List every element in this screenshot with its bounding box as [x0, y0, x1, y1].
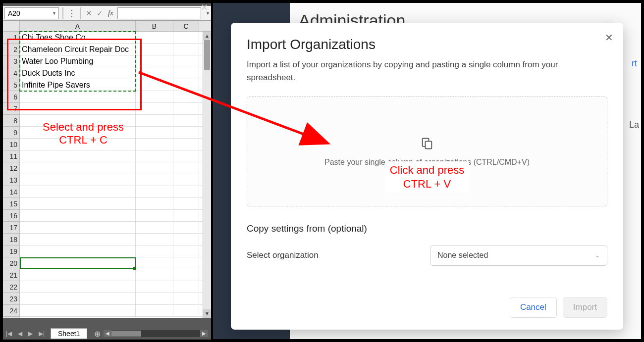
row-header[interactable]: 13	[3, 174, 19, 186]
cell[interactable]	[173, 234, 199, 245]
paste-target-zone[interactable]: Paste your single column of organization…	[247, 97, 607, 206]
sheet-tab[interactable]: Sheet1	[51, 328, 87, 339]
table-row[interactable]: Infinite Pipe Savers	[20, 79, 211, 91]
vertical-scrollbar[interactable]: ▲ ▼	[203, 32, 211, 318]
cell[interactable]	[136, 91, 173, 102]
accept-formula-icon[interactable]: ✓	[94, 9, 105, 18]
cell[interactable]	[20, 115, 136, 126]
cell[interactable]	[20, 210, 136, 221]
cell[interactable]	[173, 55, 199, 67]
row-header[interactable]: 14	[3, 186, 19, 198]
cell[interactable]	[136, 139, 173, 150]
chevron-down-icon[interactable]: ▾	[53, 10, 55, 16]
cancel-formula-icon[interactable]: ✕	[83, 9, 94, 18]
table-row[interactable]	[20, 269, 211, 281]
row-header[interactable]: 5	[3, 79, 19, 91]
cell[interactable]	[173, 44, 199, 55]
cell[interactable]	[20, 174, 136, 186]
table-row[interactable]	[20, 293, 211, 305]
more-icon[interactable]: ⋮	[65, 9, 78, 18]
next-sheet-icon[interactable]: ▶	[28, 330, 33, 337]
table-row[interactable]	[20, 245, 211, 257]
cell[interactable]	[173, 245, 199, 257]
cell[interactable]	[20, 234, 136, 245]
cell[interactable]	[136, 234, 173, 245]
table-row[interactable]	[20, 234, 211, 245]
cancel-button[interactable]: Cancel	[510, 297, 557, 318]
table-row[interactable]	[20, 174, 211, 186]
row-header[interactable]: 12	[3, 162, 19, 174]
cell[interactable]	[173, 103, 199, 114]
row-header[interactable]: 20	[3, 257, 19, 269]
cell[interactable]	[20, 305, 136, 316]
cell[interactable]	[173, 293, 199, 304]
cell[interactable]	[136, 103, 173, 114]
table-row[interactable]	[20, 257, 211, 269]
cell[interactable]	[136, 210, 173, 221]
name-box[interactable]: A20 ▾	[4, 7, 59, 19]
col-header-c[interactable]: C	[173, 21, 199, 31]
table-row[interactable]: Chi Toes Shoe Co.	[20, 32, 211, 44]
row-header[interactable]: 19	[3, 245, 19, 257]
cell[interactable]	[173, 186, 199, 197]
cell[interactable]	[136, 115, 173, 126]
row-header[interactable]: 3	[3, 55, 19, 67]
cell[interactable]	[136, 281, 173, 293]
cell[interactable]	[136, 67, 173, 79]
close-icon[interactable]: ✕	[201, 2, 208, 13]
cell[interactable]	[20, 103, 136, 114]
row-header[interactable]: 10	[3, 139, 19, 150]
table-row[interactable]: Duck Ducts Inc	[20, 67, 211, 79]
table-row[interactable]: Water Loo Plumbing	[20, 55, 211, 67]
select-organization-dropdown[interactable]: None selected ⌄	[430, 245, 607, 266]
row-header[interactable]: 9	[3, 127, 19, 139]
table-row[interactable]	[20, 115, 211, 127]
row-header[interactable]: 23	[3, 293, 19, 305]
hscroll-thumb[interactable]	[111, 331, 141, 337]
table-row[interactable]	[20, 186, 211, 198]
cell[interactable]	[173, 174, 199, 186]
table-row[interactable]	[20, 222, 211, 234]
table-row[interactable]	[20, 150, 211, 162]
row-header[interactable]: 15	[3, 198, 19, 210]
table-row[interactable]	[20, 281, 211, 293]
cell[interactable]	[136, 162, 173, 174]
cell[interactable]	[173, 91, 199, 102]
cell[interactable]	[136, 79, 173, 91]
cell[interactable]	[20, 245, 136, 257]
cell[interactable]	[20, 293, 136, 304]
row-header[interactable]: 7	[3, 103, 19, 115]
cell[interactable]: Chameleon Circuit Repair Doc	[20, 44, 136, 55]
cell[interactable]: Duck Ducts Inc	[20, 67, 136, 79]
table-row[interactable]	[20, 162, 211, 174]
row-header[interactable]: 8	[3, 115, 19, 127]
row-header[interactable]: 21	[3, 269, 19, 281]
cell[interactable]	[173, 210, 199, 221]
row-header[interactable]: 6	[3, 91, 19, 103]
col-header-a[interactable]: A	[20, 21, 136, 31]
scroll-left-icon[interactable]: ◀	[104, 330, 111, 337]
cell[interactable]	[136, 150, 173, 162]
scroll-down-icon[interactable]: ▼	[203, 309, 211, 318]
cell[interactable]	[136, 245, 173, 257]
cell[interactable]	[20, 91, 136, 102]
formula-input[interactable]	[117, 7, 201, 19]
col-header-b[interactable]: B	[136, 21, 173, 31]
cell[interactable]	[136, 186, 173, 197]
row-header[interactable]: 4	[3, 67, 19, 79]
fx-icon[interactable]: fx	[105, 9, 116, 17]
cell[interactable]	[173, 162, 199, 174]
cell[interactable]	[136, 55, 173, 67]
spreadsheet-grid[interactable]: A B C 1234567891011121314151617181920212…	[3, 21, 211, 318]
cell[interactable]	[173, 127, 199, 138]
cell[interactable]: Water Loo Plumbing	[20, 55, 136, 67]
cell[interactable]	[136, 257, 173, 269]
sheet-nav[interactable]: |◀ ◀ ▶ ▶|	[3, 330, 48, 337]
cell[interactable]	[20, 150, 136, 162]
cell[interactable]	[20, 222, 136, 233]
cell[interactable]	[173, 281, 199, 293]
add-sheet-icon[interactable]: ⊕	[94, 329, 101, 339]
cell[interactable]	[136, 44, 173, 55]
cell[interactable]	[173, 269, 199, 281]
cell[interactable]	[173, 139, 199, 150]
